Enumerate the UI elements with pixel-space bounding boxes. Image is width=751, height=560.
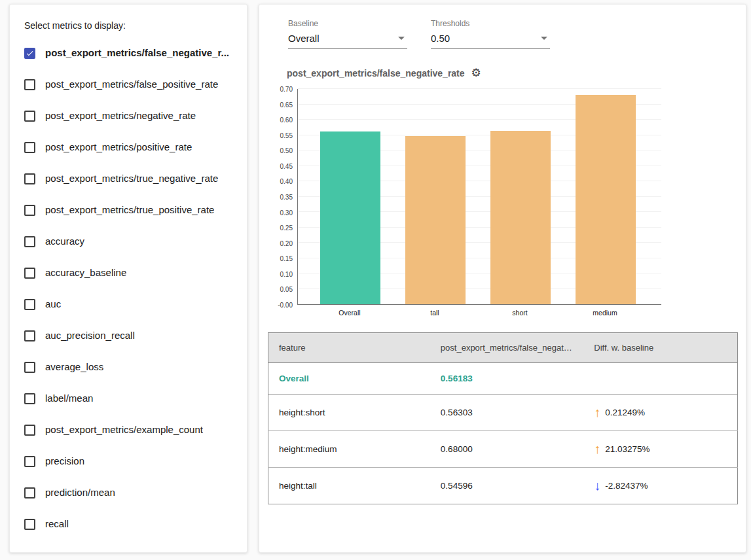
diff-cell: ↑0.21249% — [583, 394, 737, 431]
metric-label: post_export_metrics/false_positive_rate — [45, 77, 218, 92]
diff-cell — [583, 363, 737, 394]
checkbox-unchecked[interactable] — [24, 173, 35, 184]
table-row: Overall0.56183 — [268, 363, 738, 394]
bar-medium[interactable] — [576, 95, 636, 304]
table-header-row: featurepost_export_metrics/false_negativ… — [268, 333, 738, 363]
x-axis-labels: Overalltallshortmedium — [307, 305, 648, 317]
metric-selector-panel: Select metrics to display: post_export_m… — [9, 4, 247, 553]
y-tick-label: 0.55 — [280, 131, 293, 139]
y-tick-label: 0.40 — [280, 178, 293, 185]
y-tick-label: 0.15 — [280, 255, 293, 262]
checkbox-unchecked[interactable] — [24, 142, 35, 153]
metric-label: accuracy — [45, 234, 84, 249]
diff-value: 21.03275% — [605, 444, 650, 454]
thresholds-label: Thresholds — [431, 19, 550, 28]
metric-selector-title: Select metrics to display: — [24, 20, 235, 31]
checkbox-unchecked[interactable] — [24, 487, 35, 499]
checkbox-unchecked[interactable] — [24, 299, 35, 310]
bar-slot — [393, 89, 478, 304]
value-cell: 0.56183 — [430, 363, 583, 394]
checkbox-unchecked[interactable] — [24, 362, 35, 373]
checkbox-unchecked[interactable] — [24, 268, 35, 279]
arrow-down-icon: ↓ — [594, 478, 600, 493]
y-tick-label: 0.50 — [280, 147, 293, 154]
metric-label: prediction/mean — [45, 485, 115, 500]
metric-label: label/mean — [45, 391, 93, 406]
chart-title-row: post_export_metrics/false_negative_rate … — [287, 67, 746, 79]
checkmark-icon — [26, 48, 34, 58]
metric-item[interactable]: post_export_metrics/positive_rate — [23, 131, 235, 163]
feature-cell: Overall — [268, 363, 430, 394]
feature-cell: height:tall — [268, 468, 430, 504]
feature-cell: height:short — [268, 394, 430, 431]
thresholds-value: 0.50 — [431, 33, 450, 44]
y-tick-label: 0.10 — [280, 270, 293, 277]
table-row: height:short0.56303↑0.21249% — [268, 394, 738, 431]
value-cell: 0.54596 — [430, 468, 583, 504]
controls-row: Baseline Overall Thresholds 0.50 — [288, 19, 746, 49]
x-tick-label: Overall — [307, 305, 392, 317]
checkbox-unchecked[interactable] — [24, 393, 35, 404]
table-row: height:tall0.54596↓-2.82437% — [268, 468, 738, 504]
metric-item[interactable]: recall — [23, 508, 235, 540]
diff-cell: ↓-2.82437% — [583, 468, 737, 504]
metric-label: recall — [45, 516, 69, 532]
bar-chart: 0.700.650.600.550.500.450.400.350.300.25… — [274, 89, 746, 317]
metric-item[interactable]: post_export_metrics/true_positive_rate — [23, 194, 235, 226]
metric-item[interactable]: post_export_metrics/false_negative_r... — [23, 37, 235, 69]
value-cell: 0.56303 — [430, 394, 583, 431]
chart-title: post_export_metrics/false_negative_rate — [287, 68, 465, 79]
metric-item[interactable]: post_export_metrics/false_positive_rate — [23, 69, 235, 100]
metric-item[interactable]: auc_precision_recall — [23, 320, 235, 351]
metric-label: post_export_metrics/example_count — [45, 422, 203, 438]
bar-overall[interactable] — [320, 131, 380, 304]
checkbox-unchecked[interactable] — [24, 425, 35, 436]
metrics-table: featurepost_export_metrics/false_negativ… — [268, 332, 738, 504]
table-body: Overall0.56183height:short0.56303↑0.2124… — [268, 363, 738, 504]
bar-tall[interactable] — [405, 136, 466, 304]
bar-slot — [308, 89, 393, 304]
metric-label: auc — [45, 296, 61, 312]
y-tick-label: 0.45 — [280, 162, 293, 169]
metric-item[interactable]: post_export_metrics/negative_rate — [23, 100, 235, 131]
y-tick-label: 0.30 — [280, 209, 293, 216]
diff-value: 0.21249% — [605, 408, 645, 417]
baseline-dropdown[interactable]: Baseline Overall — [288, 19, 407, 49]
bar-short[interactable] — [490, 131, 551, 304]
metric-item[interactable]: label/mean — [23, 383, 235, 414]
metric-item[interactable]: precision — [23, 446, 235, 477]
checkbox-unchecked[interactable] — [24, 519, 35, 530]
thresholds-dropdown[interactable]: Thresholds 0.50 — [431, 19, 550, 49]
x-tick-label: short — [477, 305, 562, 317]
metric-item[interactable]: auc — [23, 289, 235, 320]
checkbox-unchecked[interactable] — [24, 205, 35, 216]
feature-cell: height:medium — [268, 431, 430, 468]
baseline-label: Baseline — [288, 19, 407, 28]
bar-slot — [478, 89, 563, 304]
y-tick-label: 0.60 — [280, 116, 293, 124]
chevron-down-icon — [541, 37, 547, 40]
checkbox-unchecked[interactable] — [24, 330, 35, 341]
y-tick-label: 0.70 — [280, 86, 293, 93]
metric-item[interactable]: post_export_metrics/true_negative_rate — [23, 163, 235, 194]
metric-item[interactable]: average_loss — [23, 351, 235, 383]
metric-item[interactable]: prediction/mean — [23, 477, 235, 508]
checkbox-checked[interactable] — [24, 48, 35, 59]
checkbox-unchecked[interactable] — [24, 236, 35, 247]
diff-cell: ↑21.03275% — [583, 431, 737, 468]
metric-item[interactable]: post_export_metrics/example_count — [23, 414, 235, 446]
metric-item[interactable]: accuracy — [23, 226, 235, 257]
table-row: height:medium0.68000↑21.03275% — [268, 431, 738, 468]
checkbox-unchecked[interactable] — [24, 79, 35, 90]
y-tick-label: 0.25 — [280, 224, 293, 232]
table-header-cell: Diff. w. baseline — [583, 333, 737, 363]
value-cell: 0.68000 — [430, 431, 583, 468]
plot-area — [297, 89, 661, 305]
checkbox-unchecked[interactable] — [24, 456, 35, 467]
fairness-indicators-page: Select metrics to display: post_export_m… — [0, 0, 751, 560]
gear-icon[interactable]: ⚙ — [471, 67, 481, 79]
metric-item[interactable]: accuracy_baseline — [23, 257, 235, 289]
y-tick-label: 0.35 — [280, 194, 293, 201]
table-header-cell: feature — [268, 333, 430, 363]
checkbox-unchecked[interactable] — [24, 111, 35, 122]
